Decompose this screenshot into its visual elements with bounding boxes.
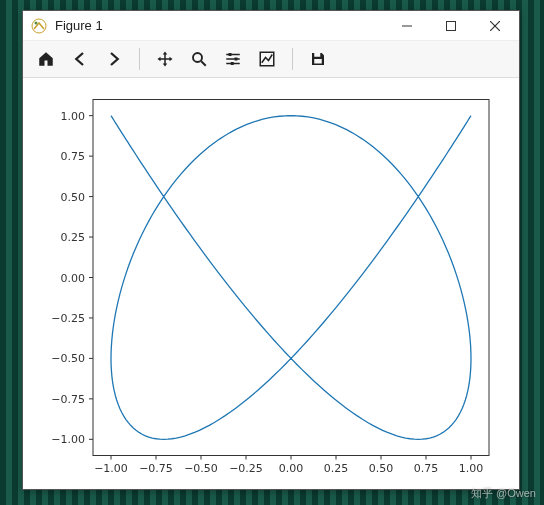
svg-text:0.50: 0.50 [369, 462, 394, 475]
svg-line-7 [201, 61, 206, 66]
svg-point-6 [193, 53, 202, 62]
svg-text:−0.25: −0.25 [229, 462, 263, 475]
svg-text:0.00: 0.00 [61, 272, 86, 285]
toolbar-separator [292, 48, 293, 70]
svg-text:1.00: 1.00 [459, 462, 484, 475]
svg-text:−0.75: −0.75 [51, 393, 85, 406]
svg-point-0 [32, 19, 46, 33]
plot-canvas: −1.00−0.75−0.50−0.250.000.250.500.751.00… [23, 78, 519, 489]
watermark: 知乎 @Owen [471, 486, 536, 501]
window-title: Figure 1 [55, 18, 103, 33]
svg-rect-12 [235, 58, 238, 61]
svg-rect-17 [93, 100, 489, 456]
titlebar: Figure 1 [23, 11, 519, 41]
svg-text:0.75: 0.75 [61, 150, 86, 163]
svg-text:0.25: 0.25 [61, 231, 86, 244]
svg-text:0.00: 0.00 [279, 462, 304, 475]
svg-text:0.25: 0.25 [324, 462, 349, 475]
svg-point-1 [35, 21, 38, 24]
svg-text:−0.50: −0.50 [184, 462, 218, 475]
svg-rect-3 [447, 21, 456, 30]
toolbar [23, 41, 519, 78]
back-button[interactable] [65, 44, 95, 74]
maximize-button[interactable] [429, 11, 473, 41]
svg-text:1.00: 1.00 [61, 110, 86, 123]
svg-text:−0.50: −0.50 [51, 352, 85, 365]
save-button[interactable] [303, 44, 333, 74]
app-icon [31, 18, 47, 34]
svg-text:0.75: 0.75 [414, 462, 439, 475]
svg-rect-13 [231, 62, 234, 65]
svg-text:0.50: 0.50 [61, 191, 86, 204]
svg-text:−0.25: −0.25 [51, 312, 85, 325]
svg-text:−1.00: −1.00 [94, 462, 128, 475]
toolbar-separator [139, 48, 140, 70]
zoom-button[interactable] [184, 44, 214, 74]
forward-button[interactable] [99, 44, 129, 74]
svg-rect-11 [229, 53, 232, 56]
pan-button[interactable] [150, 44, 180, 74]
axes-button[interactable] [252, 44, 282, 74]
home-button[interactable] [31, 44, 61, 74]
subplots-button[interactable] [218, 44, 248, 74]
plot-area[interactable]: −1.00−0.75−0.50−0.250.000.250.500.751.00… [23, 78, 519, 489]
figure-window: Figure 1 [22, 10, 520, 490]
minimize-button[interactable] [385, 11, 429, 41]
svg-rect-15 [314, 53, 320, 57]
svg-rect-16 [314, 59, 322, 64]
close-button[interactable] [473, 11, 517, 41]
svg-text:−1.00: −1.00 [51, 433, 85, 446]
svg-text:−0.75: −0.75 [139, 462, 173, 475]
